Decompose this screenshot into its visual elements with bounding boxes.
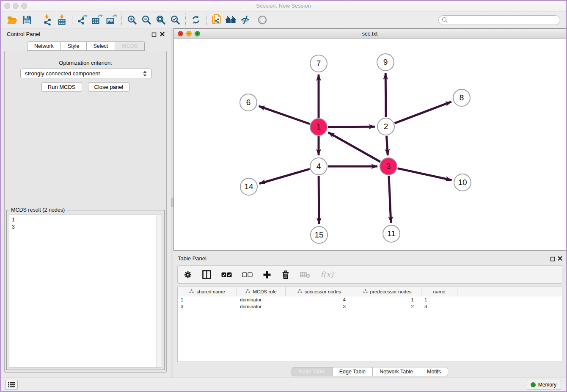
zoom-in-button[interactable] [125, 13, 139, 27]
graph-node-15[interactable]: 15 [310, 226, 328, 244]
table-cell[interactable]: 1 [421, 296, 457, 303]
column-header-shared-name[interactable]: shared name [178, 287, 237, 296]
duplicate-network-button[interactable] [209, 13, 224, 27]
control-tab-style[interactable]: Style [61, 41, 87, 51]
table-row[interactable]: 1dominator411 [178, 296, 562, 303]
graph-edge-2-8[interactable] [395, 102, 451, 123]
close-panel-button[interactable]: Close panel [88, 82, 130, 92]
zoom-fit-button[interactable] [154, 13, 168, 27]
control-tab-network[interactable]: Network [27, 41, 61, 51]
table-cell[interactable]: 1 [178, 296, 237, 303]
graph-node-7[interactable]: 7 [310, 55, 328, 72]
add-row-button[interactable] [263, 271, 271, 279]
graph-edges [174, 39, 566, 250]
delete-row-button[interactable] [281, 270, 290, 279]
table-cell[interactable]: 4 [286, 296, 353, 303]
delete-table-button[interactable] [300, 271, 310, 278]
table-cell[interactable]: 1 [353, 296, 421, 303]
table-cell[interactable]: dominator [237, 296, 286, 303]
unselect-all-button[interactable] [242, 272, 253, 277]
close-panel-icon[interactable] [160, 31, 165, 36]
graph-edge-2-9[interactable] [385, 73, 386, 117]
column-header-successor-nodes[interactable]: successor nodes [286, 287, 353, 296]
criterion-dropdown[interactable]: strongly connected component [20, 69, 151, 78]
mcds-result-scrollbar[interactable] [156, 215, 162, 367]
table-cell[interactable]: dominator [237, 303, 286, 310]
graph-edge-4-14[interactable] [259, 169, 310, 184]
select-all-button[interactable] [221, 272, 232, 277]
zoom-selected-icon [170, 15, 180, 25]
hide-panels-button[interactable] [238, 13, 253, 27]
homes-icon [225, 15, 237, 25]
export-image-button[interactable] [104, 13, 118, 27]
graph-edge-3-11[interactable] [389, 176, 391, 223]
column-header-label: shared name [196, 289, 225, 294]
graph-edge-4-15[interactable] [319, 176, 319, 224]
control-tab-mcds[interactable]: MCDS [115, 41, 145, 51]
graph-node-11[interactable]: 11 [383, 225, 400, 243]
zoom-in-icon [127, 15, 137, 25]
refresh-layout-button[interactable] [189, 13, 203, 27]
app-title: Session: New Session [1, 3, 566, 9]
graph-node-14[interactable]: 14 [240, 178, 258, 196]
column-header-predecessor-nodes[interactable]: predecessor nodes [353, 287, 421, 296]
column-type-icon [297, 289, 302, 294]
close-table-panel-icon[interactable] [557, 255, 563, 261]
function-builder-button[interactable]: f(x) [320, 270, 333, 279]
task-history-button[interactable] [5, 380, 18, 390]
table-row[interactable]: 3dominator323 [178, 303, 562, 310]
column-header-label: predecessor nodes [370, 289, 412, 294]
zoom-out-icon [141, 15, 151, 25]
column-header-name[interactable]: name [421, 287, 457, 296]
graph-edge-2-3[interactable] [386, 136, 388, 155]
graph-node-6[interactable]: 6 [239, 94, 257, 111]
table-tab-node-table[interactable]: Node Table [292, 367, 333, 376]
export-table-button[interactable] [90, 13, 104, 27]
graph-node-8[interactable]: 8 [453, 89, 471, 107]
table-cell[interactable]: 3 [421, 303, 457, 310]
mcds-result-textarea[interactable]: 13 [9, 215, 162, 367]
control-panel-tabs: NetworkStyleSelectMCDS [1, 41, 171, 51]
show-panels-button[interactable] [255, 13, 270, 27]
graph-node-9[interactable]: 9 [377, 53, 394, 71]
table-cell[interactable]: 3 [286, 303, 353, 310]
node-table[interactable]: shared nameMCDS rolesuccessor nodesprede… [177, 287, 562, 362]
graph-edge-3-1[interactable] [328, 133, 380, 162]
float-panel-icon[interactable] [151, 31, 157, 36]
float-table-panel-icon[interactable] [550, 256, 555, 261]
graph-node-2[interactable]: 2 [377, 118, 395, 135]
export-network-button[interactable] [75, 13, 90, 27]
table-tab-edge-table[interactable]: Edge Table [333, 367, 373, 376]
show-all-networks-button[interactable] [224, 13, 238, 27]
import-table-button[interactable] [55, 13, 69, 27]
table-toolbar: f(x) [177, 265, 562, 284]
run-mcds-button[interactable]: Run MCDS [41, 82, 82, 92]
show-columns-button[interactable] [202, 270, 211, 279]
open-session-button[interactable] [5, 13, 19, 27]
column-header-mcds-role[interactable]: MCDS role [237, 287, 286, 296]
graph-node-3[interactable]: 3 [380, 157, 397, 175]
import-network-button[interactable] [40, 13, 55, 27]
graph-node-4[interactable]: 4 [310, 157, 328, 175]
export-image-icon [106, 14, 117, 25]
search-input[interactable] [438, 15, 560, 25]
graph-node-10[interactable]: 10 [454, 174, 471, 191]
zoom-selected-button[interactable] [168, 13, 182, 27]
duplicate-network-icon [212, 14, 222, 25]
table-cell[interactable]: 2 [353, 303, 421, 310]
graph-edge-3-10[interactable] [397, 168, 451, 180]
table-cell[interactable]: 3 [178, 303, 237, 310]
graph-edge-1-6[interactable] [259, 106, 310, 124]
control-panel: Control Panel NetworkStyleSelectMCDS Opt… [1, 28, 171, 378]
network-canvas[interactable]: 7968124314101511 [174, 39, 566, 250]
graph-node-1[interactable]: 1 [310, 118, 328, 136]
criterion-dropdown-value: strongly connected component [25, 70, 100, 77]
graph-edge-1-2[interactable] [328, 127, 375, 127]
table-tab-network-table[interactable]: Network Table [373, 367, 420, 376]
zoom-out-button[interactable] [139, 13, 154, 27]
save-session-button[interactable] [19, 13, 34, 27]
table-tab-motifs[interactable]: Motifs [420, 367, 448, 376]
table-options-button[interactable] [184, 271, 192, 279]
control-tab-select[interactable]: Select [87, 41, 116, 51]
memory-button[interactable]: Memory [527, 380, 561, 390]
